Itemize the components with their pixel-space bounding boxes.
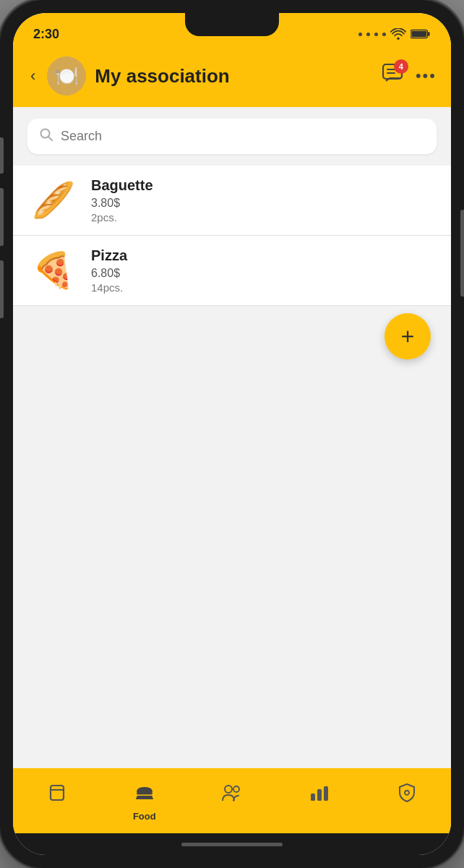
content-area: 🥖 Baguette 3.80$ 2pcs. 🍕 Pizza 6.80$ 14p… (13, 166, 451, 768)
product-info: Pizza 6.80$ 14pcs. (91, 247, 437, 294)
product-image: 🍕 (27, 249, 80, 292)
home-indicator (13, 833, 451, 855)
back-button[interactable]: ‹ (27, 64, 38, 88)
avatar: 🍽️ (47, 56, 86, 95)
search-icon (39, 127, 53, 145)
svg-point-15 (225, 786, 232, 793)
search-container (13, 107, 451, 166)
nav-item-0[interactable]: . (13, 783, 100, 822)
nav-icon-1 (134, 783, 155, 808)
silent-button[interactable] (0, 260, 4, 318)
add-icon: + (401, 323, 415, 350)
nav-icon-4 (398, 783, 416, 808)
product-name: Baguette (91, 177, 437, 194)
svg-line-9 (48, 137, 52, 140)
nav-label-0: . (56, 811, 59, 822)
app-header: ‹ 🍽️ My association (13, 51, 451, 107)
product-price: 6.80$ (91, 267, 437, 280)
phone-frame: 2:30 (0, 0, 464, 868)
volume-down-button[interactable] (0, 188, 4, 246)
svg-point-20 (405, 791, 409, 795)
signal-dot-1 (358, 33, 362, 36)
status-icons (358, 28, 431, 40)
svg-rect-17 (311, 793, 315, 801)
notification-badge: 4 (394, 59, 408, 74)
nav-icon-0 (47, 783, 67, 808)
product-name: Pizza (91, 247, 437, 264)
phone-screen: 2:30 (13, 13, 451, 855)
nav-label-4: . (406, 811, 409, 822)
signal-dot-4 (382, 33, 386, 36)
home-bar (181, 843, 283, 846)
svg-point-16 (233, 786, 239, 792)
notch (185, 13, 279, 36)
product-item[interactable]: 🍕 Pizza 6.80$ 14pcs. (13, 236, 451, 306)
battery-icon (411, 29, 431, 39)
nav-label-2: . (231, 810, 233, 821)
notification-button[interactable]: 4 (382, 64, 404, 89)
svg-rect-10 (51, 786, 64, 800)
svg-rect-2 (411, 31, 426, 37)
search-input[interactable] (61, 129, 425, 144)
signal-dot-3 (374, 33, 378, 36)
more-options-button[interactable]: ••• (416, 67, 437, 85)
header-actions: 4 ••• (382, 64, 437, 89)
svg-rect-18 (317, 789, 322, 801)
product-image: 🥖 (27, 179, 80, 222)
nav-label-1: Food (133, 811, 156, 822)
search-box (27, 119, 437, 154)
signal-dot-2 (366, 33, 370, 36)
nav-icon-3 (309, 783, 330, 807)
product-item[interactable]: 🥖 Baguette 3.80$ 2pcs. (13, 166, 451, 236)
product-qty: 2pcs. (91, 211, 437, 224)
status-time: 2:30 (33, 27, 59, 42)
svg-rect-12 (137, 792, 152, 795)
product-qty: 14pcs. (91, 281, 437, 294)
nav-item-4[interactable]: . (364, 783, 451, 822)
svg-rect-1 (428, 32, 430, 36)
product-info: Baguette 3.80$ 2pcs. (91, 177, 437, 224)
product-list: 🥖 Baguette 3.80$ 2pcs. 🍕 Pizza 6.80$ 14p… (13, 166, 451, 306)
power-button[interactable] (460, 210, 464, 297)
nav-item-1[interactable]: Food (100, 783, 188, 822)
volume-up-button[interactable] (0, 137, 4, 174)
bottom-nav: .Food... (13, 768, 451, 833)
nav-label-3: . (318, 810, 321, 821)
nav-icon-2 (221, 783, 243, 807)
svg-rect-19 (324, 786, 328, 801)
fab-container: + (13, 306, 451, 371)
nav-item-2[interactable]: . (188, 783, 275, 821)
add-button[interactable]: + (384, 313, 431, 359)
svg-text:🍽️: 🍽️ (55, 64, 79, 88)
nav-item-3[interactable]: . (276, 783, 364, 821)
product-price: 3.80$ (91, 197, 437, 210)
page-title: My association (95, 65, 374, 88)
wifi-icon (390, 28, 406, 40)
